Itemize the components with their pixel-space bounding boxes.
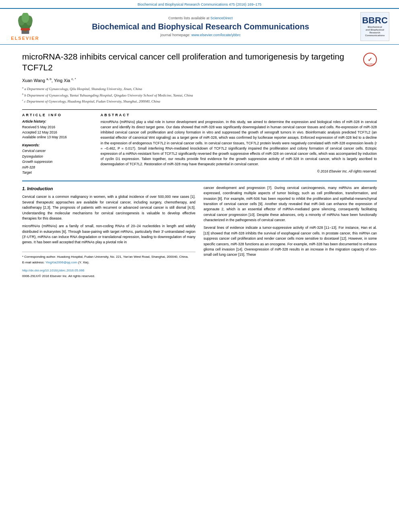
intro-paragraph-2: microRNAs (miRNAs) are a family of small… — [22, 224, 195, 245]
journal-title: Biochemical and Biophysical Research Com… — [49, 22, 352, 31]
keyword-3: Growth suppression — [22, 159, 93, 165]
keyword-1: Cervical cancer — [22, 148, 93, 154]
journal-header: ELSEVIER Contents lists available at Sci… — [0, 8, 399, 45]
email-link[interactable]: YingXia2006@qq.com — [45, 261, 77, 264]
footnotes: * Corresponding author. Huadong Hospital… — [22, 252, 195, 279]
copyright-line: © 2016 Elsevier Inc. All rights reserved… — [101, 169, 377, 173]
left-body-column: 1. Introduction Cervical cancer is a com… — [22, 185, 195, 279]
footnote-email: E-mail address: YingXia2006@qq.com (Y. X… — [22, 260, 195, 265]
abstract-text: microRNAs (miRNAs) play a vital role in … — [101, 119, 377, 167]
right-paragraph-1: cancer development and progression [7]. … — [204, 185, 377, 223]
affiliation-a: a a Department of Gynaecology, Qilu Hosp… — [22, 86, 377, 92]
affiliations: a a Department of Gynaecology, Qilu Hosp… — [22, 86, 377, 105]
body-columns: 1. Introduction Cervical cancer is a com… — [22, 185, 377, 279]
bbrc-logo-container: BBRC Biochemicaland BiophysicalResearchC… — [359, 12, 391, 41]
intro-paragraph-1: Cervical cancer is a common malignancy i… — [22, 194, 195, 221]
article-title: microRNA-328 inhibits cervical cancer ce… — [22, 51, 377, 73]
intro-heading: 1. Introduction — [22, 185, 195, 192]
article-history-label: Article history: — [22, 119, 93, 123]
affiliation-c: c c Department of Gynecology, Huadong Ho… — [22, 98, 377, 105]
article-info-column: ARTICLE INFO Article history: Received 5… — [22, 113, 93, 176]
available-date: Available online 13 May 2016 — [22, 135, 93, 140]
elsevier-logo: ELSEVIER — [8, 13, 42, 41]
affiliation-b: b b Department of Gynaecology, Yantai Yu… — [22, 92, 377, 99]
bbrc-subtitle: Biochemicaland BiophysicalResearchCommun… — [365, 26, 385, 37]
footnote-corresponding: * Corresponding author. Huadong Hospital… — [22, 255, 195, 259]
footnote-doi: http://dx.doi.org/10.1016/j.bbrc.2016.05… — [22, 268, 195, 273]
keywords-section: Keywords: Cervical cancer Dysregulation … — [22, 143, 93, 176]
svg-text:✓: ✓ — [368, 56, 372, 63]
keyword-2: Dysregulation — [22, 154, 93, 160]
sciencedirect-link[interactable]: ScienceDirect — [210, 16, 233, 20]
doi-link[interactable]: http://dx.doi.org/10.1016/j.bbrc.2016.05… — [22, 269, 84, 272]
keywords-list: Cervical cancer Dysregulation Growth sup… — [22, 148, 93, 176]
abstract-heading: ABSTRACT — [101, 113, 377, 117]
title-section: ✓ CrossMark microRNA-328 inhibits cervic… — [22, 51, 377, 73]
crossmark-icon: ✓ CrossMark — [363, 53, 377, 66]
keywords-label: Keywords: — [22, 143, 93, 147]
right-paragraph-2: Several lines of evidence indicate a tum… — [204, 225, 377, 257]
keyword-4: miR-328 — [22, 165, 93, 170]
bbrc-initials: BBRC — [362, 16, 388, 25]
contents-line: Contents lists available at ScienceDirec… — [49, 16, 352, 20]
journal-reference-line: Biochemical and Biophysical Research Com… — [0, 0, 399, 8]
crossmark-container: ✓ CrossMark — [363, 53, 377, 67]
abstract-column: ABSTRACT microRNAs (miRNAs) play a vital… — [101, 113, 377, 176]
journal-homepage-link[interactable]: www.elsevier.com/locate/ybbrc — [191, 33, 241, 37]
svg-text:CrossMark: CrossMark — [365, 63, 375, 65]
svg-rect-6 — [21, 28, 30, 30]
keyword-5: Target — [22, 170, 93, 176]
bbrc-logo: BBRC Biochemicaland BiophysicalResearchC… — [360, 12, 389, 41]
article-info-heading: ARTICLE INFO — [22, 113, 93, 117]
info-abstract-section: ARTICLE INFO Article history: Received 5… — [22, 113, 377, 176]
received-date: Received 5 May 2016 — [22, 125, 93, 130]
header-center: Contents lists available at ScienceDirec… — [49, 16, 352, 37]
authors-line: Xuan Wang a, b, Ying Xia c, * — [22, 77, 377, 83]
elsevier-tree-icon — [13, 13, 37, 35]
footnote-issn: 0006-291X/© 2016 Elsevier Inc. All right… — [22, 274, 195, 279]
right-body-column: cancer development and progression [7]. … — [204, 185, 377, 279]
main-content: ✓ CrossMark microRNA-328 inhibits cervic… — [0, 45, 399, 283]
journal-homepage-line: journal homepage: www.elsevier.com/locat… — [49, 33, 352, 37]
accepted-date: Accepted 12 May 2016 — [22, 130, 93, 135]
elsevier-logo-container: ELSEVIER — [8, 13, 42, 41]
elsevier-wordmark: ELSEVIER — [11, 36, 39, 41]
divider-2 — [22, 181, 377, 181]
divider-1 — [22, 109, 377, 110]
